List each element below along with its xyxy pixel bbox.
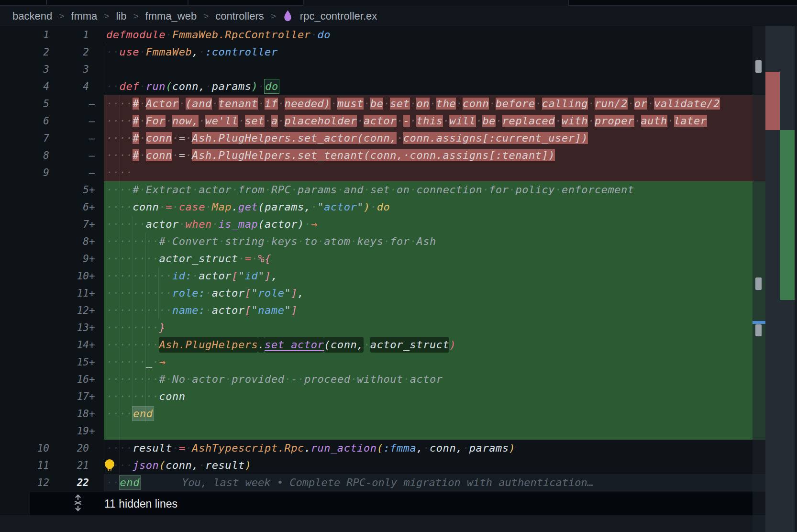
code-token: ) bbox=[449, 339, 456, 351]
code-line[interactable]: 44··def·run(conn,·params)·do bbox=[0, 78, 797, 95]
code-token: · bbox=[199, 46, 205, 58]
code-token: result bbox=[205, 459, 245, 471]
code-token: AshTypescript.Rpc bbox=[192, 442, 304, 454]
added-line-marker: + bbox=[89, 302, 100, 319]
code-text: ··use·FmmaWeb,·:controller bbox=[106, 44, 278, 61]
code-token: ) bbox=[252, 80, 258, 92]
code-token: = bbox=[179, 132, 186, 144]
scrollbar-thumb[interactable] bbox=[755, 324, 762, 336]
line-number-old bbox=[0, 319, 49, 336]
code-token: " bbox=[252, 287, 258, 299]
code-token: · bbox=[350, 235, 357, 247]
code-token: " bbox=[357, 201, 364, 213]
code-token: we'll bbox=[205, 115, 238, 127]
hidden-lines-bar[interactable]: 11 hidden lines bbox=[30, 492, 797, 515]
line-number-old: 11 bbox=[0, 457, 49, 474]
breadcrumb-item[interactable]: fmma bbox=[71, 10, 97, 22]
line-number-new: 19 bbox=[53, 422, 89, 440]
code-token: · bbox=[298, 373, 304, 385]
lightbulb-icon[interactable] bbox=[102, 458, 117, 474]
line-number-old bbox=[0, 388, 49, 405]
elixir-drop-icon bbox=[284, 10, 292, 24]
code-token: . bbox=[304, 442, 311, 454]
code-token: do bbox=[265, 79, 279, 93]
deleted-line-marker: — bbox=[89, 95, 100, 112]
line-number-new: 15 bbox=[53, 354, 89, 371]
breadcrumb-item[interactable]: fmma_web bbox=[145, 10, 197, 22]
line-number-new: 22 bbox=[53, 474, 89, 491]
code-text: ····conn·=·case·Map.get(params,·"actor")… bbox=[106, 199, 390, 216]
code-token: . bbox=[258, 337, 265, 353]
code-token: validate/2 bbox=[654, 98, 720, 110]
line-number-old: 7 bbox=[0, 130, 49, 147]
line-number-new: 13 bbox=[53, 319, 89, 336]
code-token: role bbox=[258, 287, 284, 299]
code-token: policy bbox=[515, 184, 555, 196]
tab-strip[interactable] bbox=[0, 0, 797, 6]
code-token: · bbox=[265, 115, 271, 127]
code-line-background: ··use·FmmaWeb,·:controller bbox=[104, 44, 765, 61]
code-token: · bbox=[423, 442, 430, 454]
deleted-line-marker: — bbox=[89, 112, 100, 130]
code-text: ··def·run(conn,·params)·do bbox=[106, 78, 279, 95]
code-token: conn.assigns[:current_user]) bbox=[403, 132, 588, 144]
added-line-marker: + bbox=[89, 285, 100, 302]
code-token: calling bbox=[542, 98, 588, 110]
code-token: · bbox=[628, 98, 634, 110]
added-line-marker: + bbox=[89, 354, 100, 371]
indent-guide bbox=[133, 216, 133, 422]
added-line-marker: + bbox=[89, 199, 100, 216]
line-number-new: 14 bbox=[53, 336, 89, 354]
code-token: · bbox=[364, 339, 370, 351]
editor-window: backend>fmma>lib>fmma_web>controllers>rp… bbox=[0, 0, 797, 532]
code-token: ( bbox=[258, 201, 265, 213]
code-token: FmmaWeb.RpcController bbox=[172, 29, 311, 41]
code-token: · bbox=[311, 29, 318, 41]
code-token: · bbox=[238, 253, 245, 265]
code-line-background: ··def·run(conn,·params)·do bbox=[104, 78, 765, 95]
code-line[interactable]: 33 bbox=[0, 61, 797, 78]
code-text: ··········role:·actor["role"], bbox=[106, 285, 304, 302]
code-token: · bbox=[186, 373, 192, 385]
code-token: must bbox=[337, 98, 364, 110]
code-token: · bbox=[350, 373, 357, 385]
line-number-old: 2 bbox=[0, 44, 49, 61]
code-token: # bbox=[133, 149, 139, 161]
tab-divider bbox=[568, 0, 569, 5]
active-tab-edge[interactable] bbox=[303, 0, 568, 6]
added-line-marker: + bbox=[89, 405, 100, 422]
code-token: needed) bbox=[285, 98, 331, 110]
chevron-right-icon: > bbox=[203, 11, 209, 22]
code-text: ····end bbox=[106, 405, 154, 422]
code-line[interactable]: 1222··endYou, last week • Complete RPC-o… bbox=[0, 474, 797, 491]
line-number-old bbox=[0, 267, 49, 285]
breadcrumb-item[interactable]: rpc_controller.ex bbox=[300, 10, 377, 22]
code-line[interactable]: 22··use·FmmaWeb,·:controller bbox=[0, 44, 797, 61]
code-token: be bbox=[370, 98, 384, 110]
code-token: · bbox=[278, 98, 285, 110]
chevron-right-icon: > bbox=[133, 11, 138, 22]
code-line-background: ········actor_struct·=·%{ bbox=[104, 250, 765, 267]
code-token: ·· bbox=[106, 80, 120, 92]
code-text: ····#·conn·=·Ash.PlugHelpers.set_actor(c… bbox=[106, 130, 588, 147]
line-number-old: 6 bbox=[0, 112, 49, 130]
code-token: id: bbox=[172, 270, 192, 282]
code-token: · bbox=[192, 184, 199, 196]
line-number-new: 17 bbox=[53, 388, 89, 405]
git-blame-text: You, last week • Complete RPC-only migra… bbox=[182, 474, 594, 491]
added-line-marker: + bbox=[89, 250, 100, 267]
code-line-background: ··endYou, last week • Complete RPC-only … bbox=[104, 474, 765, 491]
code-line[interactable]: 11defmodule·FmmaWeb.RpcController·do bbox=[0, 26, 797, 44]
code-token: · bbox=[265, 235, 271, 247]
code-token: placeholder bbox=[285, 115, 357, 127]
chevron-right-icon: > bbox=[271, 11, 276, 22]
breadcrumb-item[interactable]: backend bbox=[12, 10, 52, 22]
code-token: end bbox=[133, 407, 153, 421]
breadcrumb[interactable]: backend>fmma>lib>fmma_web>controllers>rp… bbox=[0, 6, 797, 26]
code-token: params, bbox=[265, 201, 311, 213]
breadcrumb-item[interactable]: lib bbox=[116, 10, 126, 22]
code-line-background: ····end bbox=[104, 405, 765, 422]
breadcrumb-item[interactable]: controllers bbox=[215, 10, 264, 22]
code-token: set bbox=[370, 184, 390, 196]
code-token: ·········· bbox=[106, 287, 172, 299]
